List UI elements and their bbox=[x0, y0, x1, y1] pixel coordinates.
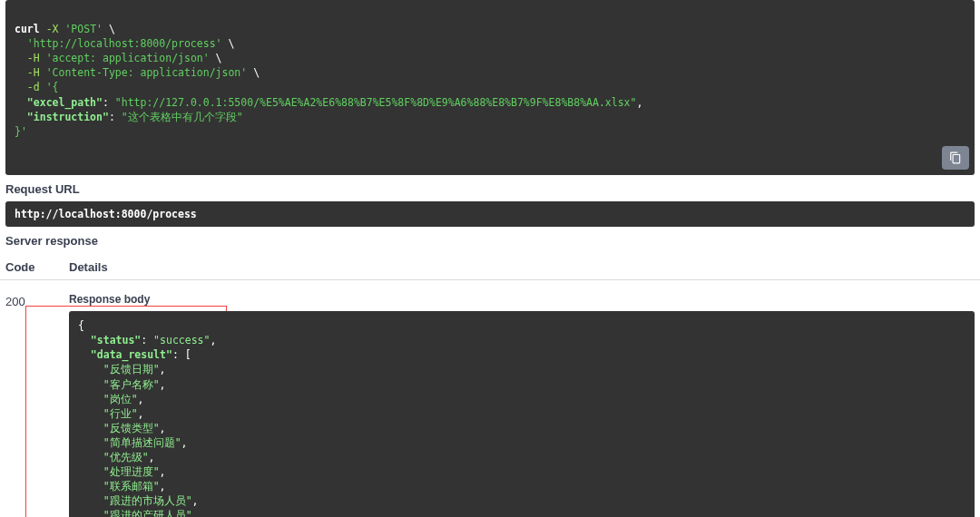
curl-content-type: 'Content-Type: application/json' bbox=[46, 66, 248, 79]
curl-bs: \ bbox=[247, 66, 260, 79]
curl-cmd: curl bbox=[15, 23, 40, 35]
curl-body-open: '{ bbox=[46, 81, 59, 93]
curl-json-excel-path: "http://127.0.0.1:5500/%E5%AE%A2%E6%88%B… bbox=[115, 96, 637, 109]
col-header-code: Code bbox=[5, 260, 69, 274]
curl-bs: \ bbox=[210, 52, 222, 64]
curl-json-instruction: "这个表格中有几个字段" bbox=[122, 111, 243, 123]
curl-method: 'POST' bbox=[64, 23, 103, 35]
copy-curl-button[interactable] bbox=[942, 146, 969, 170]
server-response-label: Server response bbox=[0, 227, 980, 253]
curl-flag-h: -H bbox=[27, 66, 40, 79]
request-url-block: http://localhost:8000/process bbox=[5, 201, 975, 227]
curl-flag-x: -X bbox=[46, 23, 59, 35]
status-code: 200 bbox=[5, 293, 69, 308]
colon: : bbox=[103, 96, 115, 109]
response-body-label: Response body bbox=[69, 293, 975, 306]
curl-json-key-instruction: "instruction" bbox=[27, 111, 109, 123]
curl-bs: \ bbox=[103, 23, 115, 35]
clipboard-icon bbox=[949, 151, 962, 164]
curl-bs: \ bbox=[222, 37, 235, 50]
curl-flag-h: -H bbox=[27, 52, 40, 64]
col-header-details: Details bbox=[69, 260, 975, 274]
curl-command-block: curl -X 'POST' \ 'http://localhost:8000/… bbox=[5, 0, 975, 175]
response-body-block: { "status": "success", "data_result": [ … bbox=[69, 311, 975, 517]
colon: : bbox=[109, 111, 122, 123]
curl-accept: 'accept: application/json' bbox=[46, 52, 210, 64]
curl-json-key-excel: "excel_path" bbox=[27, 96, 103, 109]
comma: , bbox=[636, 96, 642, 109]
curl-body-close: }' bbox=[15, 125, 27, 138]
request-url-value: http://localhost:8000/process bbox=[15, 208, 197, 220]
curl-url: 'http://localhost:8000/process' bbox=[27, 37, 222, 50]
curl-flag-d: -d bbox=[27, 81, 40, 93]
request-url-label: Request URL bbox=[0, 175, 980, 201]
